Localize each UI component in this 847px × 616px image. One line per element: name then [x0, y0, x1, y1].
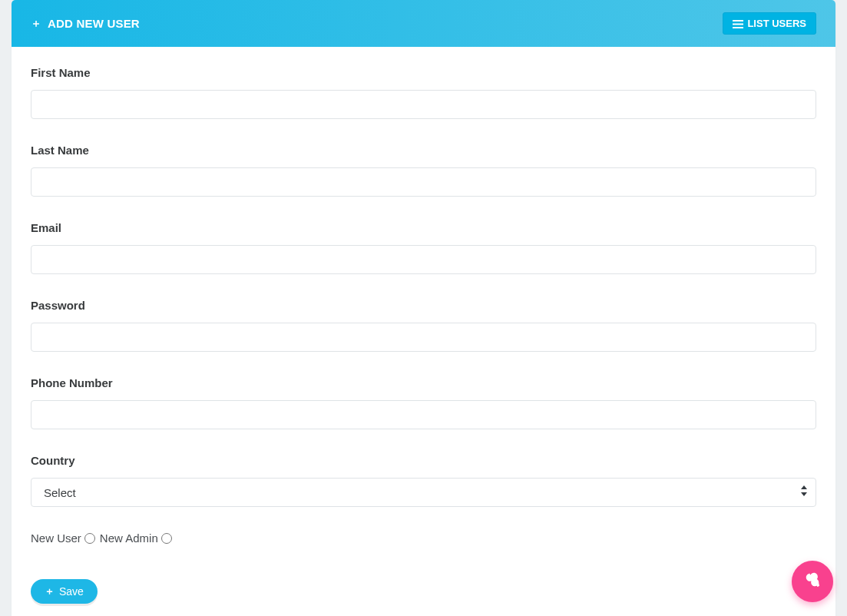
country-select-wrap: Select: [31, 478, 816, 507]
plus-icon: ＋: [31, 17, 41, 31]
chat-fab[interactable]: [792, 561, 833, 602]
svg-rect-1: [733, 24, 743, 25]
phone-field[interactable]: [31, 400, 816, 429]
panel-header: ＋ ADD NEW USER LIST USERS: [12, 0, 835, 47]
country-group: Country Select: [31, 454, 816, 507]
new-admin-radio-label: New Admin: [100, 532, 158, 545]
first-name-field[interactable]: [31, 90, 816, 119]
chat-icon: [804, 571, 821, 591]
role-radio-group: New User New Admin: [31, 532, 816, 545]
list-icon: [733, 18, 743, 29]
country-select[interactable]: Select: [31, 478, 816, 507]
plus-icon: ＋: [45, 585, 55, 598]
last-name-label: Last Name: [31, 144, 816, 157]
panel-title: ADD NEW USER: [48, 17, 140, 30]
email-field[interactable]: [31, 245, 816, 274]
panel-body: First Name Last Name Email Password Phon…: [12, 47, 835, 616]
password-label: Password: [31, 299, 816, 312]
last-name-field[interactable]: [31, 167, 816, 197]
password-field[interactable]: [31, 323, 816, 352]
phone-label: Phone Number: [31, 376, 816, 389]
new-admin-radio[interactable]: [161, 533, 172, 544]
add-user-panel: ＋ ADD NEW USER LIST USERS First Name Las…: [12, 0, 835, 616]
list-users-label: LIST USERS: [747, 18, 806, 29]
last-name-group: Last Name: [31, 144, 816, 197]
first-name-group: First Name: [31, 66, 816, 119]
country-label: Country: [31, 454, 816, 467]
first-name-label: First Name: [31, 66, 816, 79]
phone-group: Phone Number: [31, 376, 816, 429]
save-button[interactable]: ＋ Save: [31, 579, 98, 604]
panel-header-left: ＋ ADD NEW USER: [31, 17, 140, 31]
email-label: Email: [31, 221, 816, 234]
password-group: Password: [31, 299, 816, 352]
save-button-label: Save: [59, 585, 84, 598]
svg-rect-2: [733, 27, 743, 28]
new-user-radio[interactable]: [84, 533, 95, 544]
svg-rect-0: [733, 20, 743, 22]
list-users-button[interactable]: LIST USERS: [723, 12, 816, 35]
new-user-radio-label: New User: [31, 532, 81, 545]
email-group: Email: [31, 221, 816, 274]
